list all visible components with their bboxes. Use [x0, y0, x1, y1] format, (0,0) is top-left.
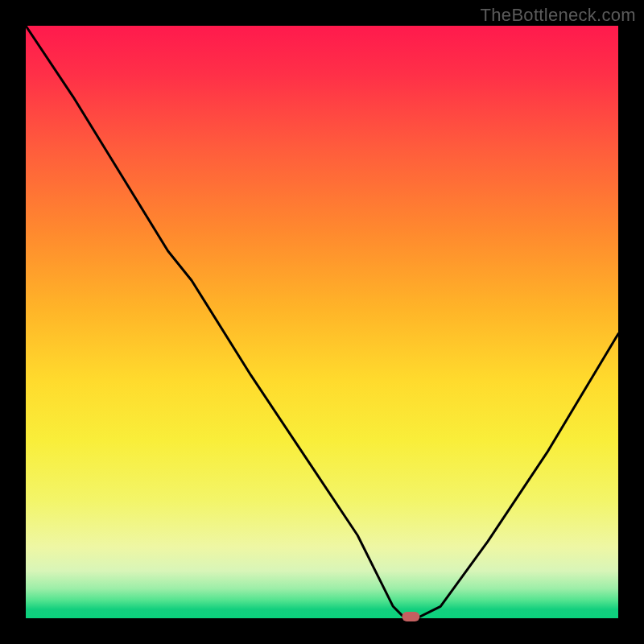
bottleneck-curve-path [26, 26, 618, 618]
minimum-marker [402, 612, 419, 621]
plot-area [26, 26, 618, 618]
chart-container: TheBottleneck.com [0, 0, 644, 644]
watermark-text: TheBottleneck.com [481, 5, 636, 26]
curve-svg [26, 26, 618, 618]
